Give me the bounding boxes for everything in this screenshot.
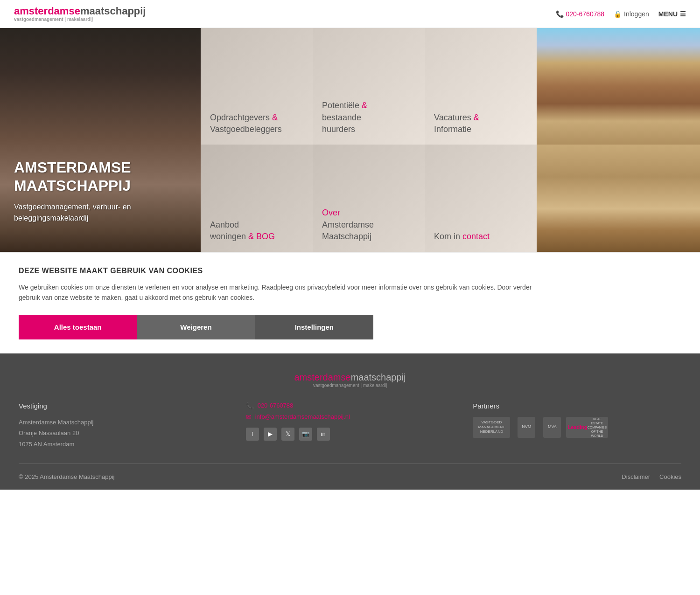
cookie-title: DEZE WEBSITE MAAKT GEBRUIK VAN COOKIES [19, 267, 681, 275]
cookie-buttons: Alles toestaan Weigeren Instellingen [19, 315, 373, 339]
youtube-icon[interactable]: ▶ [264, 428, 277, 441]
cookies-link[interactable]: Cookies [659, 473, 681, 480]
social-icons: f ▶ 𝕏 📷 in [246, 428, 455, 441]
footer-phone-item: 📞 020-6760788 [246, 402, 455, 409]
hero-building-bottom [537, 145, 700, 252]
header-phone[interactable]: 📞 020-6760788 [556, 10, 605, 18]
footer-grid: Vestiging Amsterdamse Maatschappij Oranj… [19, 402, 681, 450]
cookie-text: We gebruiken cookies om onze diensten te… [19, 282, 532, 303]
lock-icon: 🔒 [614, 10, 622, 18]
footer-address-line1: Oranje Nassaulaan 20 [19, 428, 227, 438]
footer-phone-link[interactable]: 020-6760788 [258, 402, 294, 409]
cookie-settings-button[interactable]: Instellingen [255, 315, 373, 339]
partner-mva-logo: MVA [543, 417, 561, 438]
partner-nvm-logo: NVM [517, 417, 536, 438]
hero-main[interactable]: AMSTERDAMSE MAATSCHAPPIJ Vastgoedmanagem… [0, 28, 201, 252]
cookie-allow-button[interactable]: Alles toestaan [19, 315, 137, 339]
footer-company-name: Amsterdamse Maatschappij [19, 417, 227, 428]
tile-aanbod-label: Aanbod woningen & BOG [210, 219, 275, 242]
facebook-icon[interactable]: f [246, 428, 259, 441]
footer-email-link[interactable]: info@amsterdamsemaatschappij.nl [255, 413, 350, 420]
hamburger-icon: ☰ [680, 10, 686, 18]
twitter-icon[interactable]: 𝕏 [281, 428, 294, 441]
logo-amsterdam: amsterdamse [14, 5, 80, 17]
header-nav: 📞 020-6760788 🔒 Inloggen MENU ☰ [556, 10, 686, 18]
footer-partners-title: Partners [473, 402, 681, 410]
header-menu[interactable]: MENU ☰ [658, 10, 686, 18]
hero-main-text: AMSTERDAMSE MAATSCHAPPIJ Vastgoedmanagem… [14, 159, 201, 224]
cookie-banner: DEZE WEBSITE MAAKT GEBRUIK VAN COOKIES W… [0, 252, 700, 353]
footer-logo: amsterdamsemaatschappij vastgoedmanageme… [19, 372, 681, 388]
partner-vmn-logo: VASTGOEDMANAGEMENTNEDERLAND [473, 417, 510, 438]
footer-email-icon: ✉ [246, 413, 252, 421]
footer-divider [19, 464, 681, 464]
cookie-deny-button[interactable]: Weigeren [137, 315, 255, 339]
login-label: Inloggen [624, 10, 649, 18]
site-footer: amsterdamsemaatschappij vastgoedmanageme… [0, 353, 700, 490]
footer-logo-subtitle: vastgoedmanagement | makelaardij [19, 383, 681, 388]
footer-contact: 📞 020-6760788 ✉ info@amsterdamsemaatscha… [246, 402, 455, 450]
logo-maatschappij: maatschappij [80, 5, 146, 17]
footer-email-item: ✉ info@amsterdamsemaatschappij.nl [246, 413, 455, 421]
tile-opdrachtgevers-label: Opdrachtgevers & Vastgoedbeleggers [210, 112, 282, 135]
logo-subtitle: vastgoedmanagement | makelaardij [14, 17, 146, 22]
tile-contact-label: Kom in contact [434, 231, 490, 242]
building-photo-top [537, 28, 700, 145]
footer-logo-maatschappij: maatschappij [351, 372, 406, 382]
partners-logos: VASTGOEDMANAGEMENTNEDERLAND NVM MVA Lead… [473, 417, 681, 438]
phone-icon: 📞 [556, 10, 564, 18]
header-login[interactable]: 🔒 Inloggen [614, 10, 649, 18]
footer-vestiging-title: Vestiging [19, 402, 227, 410]
footer-vestiging: Vestiging Amsterdamse Maatschappij Oranj… [19, 402, 227, 450]
hero-section: AMSTERDAMSE MAATSCHAPPIJ Vastgoedmanagem… [0, 28, 700, 252]
menu-label: MENU [658, 10, 678, 18]
hero-building-top [537, 28, 700, 145]
tile-aanbod[interactable]: Aanbod woningen & BOG [201, 145, 313, 252]
phone-number: 020-6760788 [566, 10, 605, 18]
footer-copyright: © 2025 Amsterdamse Maatschappij [19, 473, 114, 480]
building-photo-bottom [537, 145, 700, 252]
site-header: amsterdamsemaatschappij vastgoedmanageme… [0, 0, 700, 28]
footer-address: Amsterdamse Maatschappij Oranje Nassaula… [19, 417, 227, 450]
site-logo[interactable]: amsterdamsemaatschappij vastgoedmanageme… [14, 6, 146, 22]
instagram-icon[interactable]: 📷 [299, 428, 312, 441]
footer-address-line2: 1075 AN Amsterdam [19, 439, 227, 450]
footer-logo-amsterdam: amsterdamse [294, 372, 351, 382]
linkedin-icon[interactable]: in [317, 428, 330, 441]
hero-title: AMSTERDAMSE MAATSCHAPPIJ [14, 159, 201, 194]
tile-opdrachtgevers[interactable]: Opdrachtgevers & Vastgoedbeleggers [201, 28, 313, 145]
partner-leading-logo: Leading REAL ESTATECOMPANIESOF THE WORLD [568, 417, 606, 438]
tile-vacatures[interactable]: Vacatures & Informatie [425, 28, 537, 145]
hero-subtitle: Vastgoedmanagement, verhuur- en beleggin… [14, 201, 201, 224]
footer-phone-icon: 📞 [246, 402, 254, 409]
footer-bottom-links: Disclaimer Cookies [622, 473, 681, 480]
tile-contact[interactable]: Kom in contact [425, 145, 537, 252]
tile-over-label: Over Amsterdamse Maatschappij [322, 207, 374, 242]
tile-over[interactable]: Over Amsterdamse Maatschappij [313, 145, 425, 252]
tile-vacatures-label: Vacatures & Informatie [434, 112, 479, 135]
footer-bottom: © 2025 Amsterdamse Maatschappij Disclaim… [19, 473, 681, 480]
tile-potentiele[interactable]: Potentiële & bestaande huurders [313, 28, 425, 145]
disclaimer-link[interactable]: Disclaimer [622, 473, 650, 480]
tile-potentiele-label: Potentiële & bestaande huurders [322, 100, 367, 135]
footer-partners: Partners VASTGOEDMANAGEMENTNEDERLAND NVM… [473, 402, 681, 450]
